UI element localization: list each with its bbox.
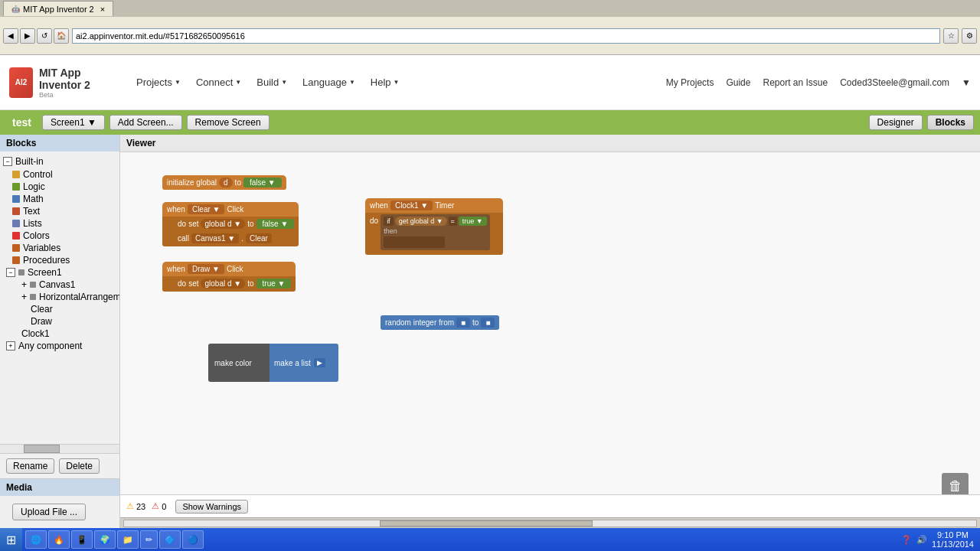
taskbar-firefox[interactable]: 🔥 (48, 530, 70, 549)
language-arrow: ▼ (349, 79, 355, 86)
logic-label: Logic (23, 181, 45, 192)
clock1-item[interactable]: Clock1 (0, 328, 119, 340)
warning-count: 23 (136, 502, 145, 511)
control-label: Control (23, 169, 53, 180)
procedures-label: Procedures (23, 255, 70, 266)
horizontal-expand[interactable]: + (21, 292, 27, 302)
screen1-expand[interactable]: − (6, 268, 15, 277)
blocks-button[interactable]: Blocks (927, 115, 974, 130)
tools-icon[interactable]: ⚙ (962, 28, 977, 44)
taskbar-sound[interactable]: 🔊 (916, 535, 927, 545)
screen1-dot (18, 269, 24, 276)
my-projects-link[interactable]: My Projects (666, 77, 714, 88)
beta-label: Beta (39, 91, 113, 99)
any-expand[interactable]: + (6, 341, 15, 350)
clear-item[interactable]: Clear (0, 303, 119, 315)
taskbar-item-4[interactable]: 🔷 (159, 530, 181, 549)
scroll-thumb[interactable] (380, 520, 593, 527)
when-clear-click-block[interactable]: when Clear ▼ Click do set global d ▼ to … (162, 202, 299, 246)
taskbar-clock: 9:10 PM 11/13/2014 (932, 530, 974, 549)
horizontal-item[interactable]: + HorizontalArrangement1 (0, 291, 119, 303)
screen-dropdown-arrow: ▼ (87, 117, 96, 128)
star-icon[interactable]: ☆ (943, 28, 959, 44)
remove-screen-button[interactable]: Remove Screen (187, 115, 270, 130)
nav-language[interactable]: Language ▼ (295, 55, 363, 109)
taskbar-explorer[interactable]: 📁 (117, 530, 139, 549)
screen-button[interactable]: Screen1 ▼ (42, 115, 105, 130)
user-email[interactable]: Coded3Steele@gmail.com (840, 77, 949, 88)
back-button[interactable]: ◀ (3, 28, 18, 44)
address-bar[interactable]: ai2.appinventor.mit.edu/#517168265009561… (72, 28, 940, 44)
sidebar-item-math[interactable]: Math (0, 193, 119, 205)
tab-close[interactable]: × (100, 5, 105, 14)
rename-button[interactable]: Rename (6, 458, 54, 474)
init-global-block[interactable]: initialize global d to false ▼ (162, 175, 286, 190)
taskbar-chrome[interactable]: 🌍 (94, 530, 116, 549)
make-color-block[interactable]: make color make a list ▶ (208, 344, 338, 382)
taskbar-app[interactable]: 📱 (71, 530, 93, 549)
warning-icon: ⚠ (126, 501, 134, 511)
designer-button[interactable]: Designer (869, 115, 923, 130)
control-dot (12, 171, 20, 178)
show-warnings-button[interactable]: Show Warnings (175, 500, 248, 514)
logic-dot (12, 183, 20, 191)
random-integer-block[interactable]: random integer from ■ to ■ (381, 315, 499, 330)
taskbar-item-3[interactable]: ✏ (140, 530, 158, 549)
sidebar-item-lists[interactable]: Lists (0, 217, 119, 230)
canvas1-label: Canvas1 (39, 279, 75, 290)
nav-build[interactable]: Build ▼ (249, 55, 295, 109)
nav-help[interactable]: Help ▼ (363, 55, 407, 109)
procedures-dot (12, 256, 20, 264)
when-clock1-timer-block[interactable]: when Clock1 ▼ Timer do if get global d ▼… (365, 198, 503, 255)
add-screen-button[interactable]: Add Screen... (109, 115, 182, 130)
delete-button[interactable]: Delete (59, 458, 100, 474)
variables-label: Variables (23, 243, 60, 253)
text-dot (12, 207, 20, 215)
report-issue-link[interactable]: Report an Issue (763, 77, 828, 88)
sidebar-item-control[interactable]: Control (0, 168, 119, 181)
browser-tab[interactable]: 🤖 MIT App Inventor 2 × (3, 1, 113, 16)
blocks-canvas: initialize global d to false ▼ when Clea… (120, 152, 980, 528)
draw-item[interactable]: Draw (0, 315, 119, 328)
clock1-label: Clock1 (21, 328, 50, 339)
sidebar-item-logic[interactable]: Logic (0, 181, 119, 193)
taskbar-help[interactable]: ❓ (901, 535, 912, 545)
builtin-label: Built-in (15, 156, 44, 167)
screen1-label: Screen1 (28, 267, 62, 278)
projects-arrow: ▼ (175, 79, 181, 86)
screen1-item[interactable]: − Screen1 (0, 266, 119, 279)
start-button[interactable]: ⊞ (0, 528, 22, 551)
home-button[interactable]: 🏠 (54, 28, 69, 44)
error-count: 0 (162, 502, 166, 511)
nav-connect[interactable]: Connect ▼ (188, 55, 249, 109)
media-header: Media (0, 479, 119, 496)
user-dropdown-arrow[interactable]: ▼ (962, 77, 971, 88)
text-label: Text (23, 206, 40, 217)
guide-link[interactable]: Guide (726, 77, 750, 88)
taskbar-ie[interactable]: 🌐 (25, 530, 47, 549)
builtin-toggle[interactable]: − (3, 157, 12, 166)
taskbar-item-5[interactable]: 🔵 (182, 530, 204, 549)
any-component-item[interactable]: + Any component (0, 340, 119, 352)
nav-projects[interactable]: Projects ▼ (129, 55, 188, 109)
math-dot (12, 195, 20, 203)
lists-dot (12, 220, 20, 227)
sidebar-item-variables[interactable]: Variables (0, 242, 119, 254)
help-arrow: ▼ (394, 79, 400, 86)
address-text: ai2.appinventor.mit.edu/#517168265009561… (76, 31, 245, 41)
refresh-button[interactable]: ↺ (37, 28, 52, 44)
canvas1-expand[interactable]: + (21, 279, 27, 290)
horizontal-label: HorizontalArrangement1 (39, 292, 119, 302)
sidebar-item-colors[interactable]: Colors (0, 230, 119, 242)
horizontal-scrollbar[interactable] (120, 517, 980, 528)
upload-file-button[interactable]: Upload File ... (12, 504, 86, 520)
builtin-section[interactable]: − Built-in (0, 155, 119, 168)
viewer-header: Viewer (120, 135, 980, 152)
sidebar-item-procedures[interactable]: Procedures (0, 254, 119, 266)
forward-button[interactable]: ▶ (20, 28, 35, 44)
variables-dot (12, 244, 20, 252)
sidebar-item-text[interactable]: Text (0, 205, 119, 217)
canvas1-item[interactable]: + Canvas1 (0, 279, 119, 291)
canvas1-dot (30, 282, 36, 288)
when-draw-click-block[interactable]: when Draw ▼ Click do set global d ▼ to t… (162, 262, 296, 292)
